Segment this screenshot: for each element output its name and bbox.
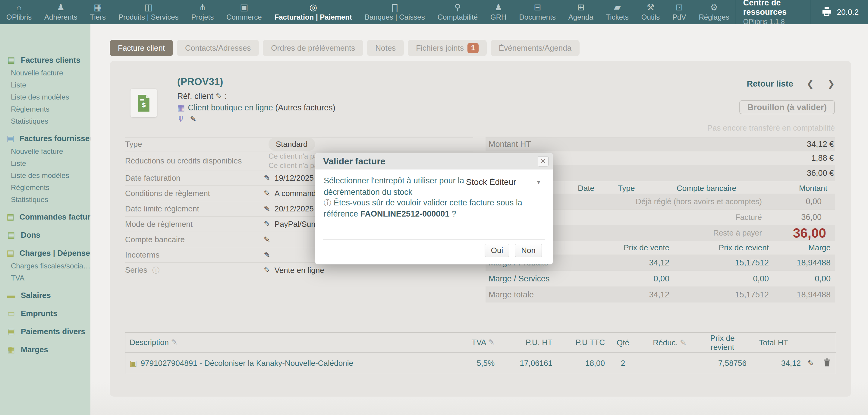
sidebar-item-charges-fiscales-sociales[interactable]: Charges fiscales/socia… [0,260,90,272]
new-invoice-reference: FAONLINE2512-000001 [361,209,450,218]
edit-tva-icon[interactable]: ✎ [488,338,495,347]
left-sidebar: ▤Factures clients Nouvelle facture Liste… [0,24,90,415]
yes-button[interactable]: Oui [485,244,509,257]
menu-item-adherents[interactable]: ♟Adhérents [38,0,84,24]
sidebar-section-charges-depenses[interactable]: ▤Charges | Dépenses s [0,246,90,260]
sidebar-item-tva[interactable]: TVA [0,272,90,284]
edit-compte-icon[interactable]: ✎ [264,235,270,244]
back-to-list-link[interactable]: Retour liste [747,79,793,89]
thirdparty-building-icon: ▦ [177,103,185,112]
select-caret-icon: ▾ [537,179,540,186]
product-cube-icon: ◫ [144,3,153,12]
edit-conditions-icon[interactable]: ✎ [264,189,270,198]
menu-item-projets[interactable]: ⋔Projets [185,0,220,24]
menu-item-facturation-paiement[interactable]: ◎Facturation | Paiement [268,0,358,24]
calculator-icon: ▦ [7,345,16,354]
edit-ref-client-icon[interactable]: ✎ [216,92,222,101]
next-record-icon[interactable]: ❯ [827,79,835,89]
client-line: ▦Client boutique en ligne (Autres factur… [177,103,336,113]
sidebar-section-commandes-facturables[interactable]: ▤Commandes facturab [0,210,90,224]
project-line: ⋔ ✎ [177,114,196,124]
menu-item-agenda[interactable]: ⊞Agenda [562,0,600,24]
sidebar-section-emprunts[interactable]: ▭Emprunts [0,306,90,320]
sidebar-item-liste-modeles-client[interactable]: Liste des modèles [0,91,90,103]
sidebar-item-reglements-fournisseur[interactable]: Règlements [0,182,90,194]
edit-description-icon[interactable]: ✎ [171,338,178,347]
gear-icon: ⚙ [710,3,718,12]
dialog-separator [323,239,545,239]
ref-client-line: Réf. client ✎ : [177,92,227,101]
sidebar-item-nouvelle-facture-client[interactable]: Nouvelle facture [0,67,90,79]
sidebar-item-reglements-client[interactable]: Règlements [0,103,90,115]
sidebar-section-factures-clients[interactable]: ▤Factures clients [0,53,90,67]
tab-facture-client[interactable]: Facture client [110,40,173,56]
main-menu: ⌂OPlibris ♟Adhérents ▦Tiers ◫Produits | … [0,0,736,24]
menu-item-comptabilite[interactable]: ⚲Comptabilité [431,0,484,24]
invoice-line-row: ▣9791027904891 - Décoloniser la Kanaky-N… [125,353,836,374]
confirm-question: ⓘÊtes-vous sûr de vouloir valider cette … [324,197,547,219]
lines-table-header: Description ✎ TVA ✎ P.U. HT P.U TTC Qté … [125,333,836,353]
payment-icon: ▤ [7,327,16,336]
wallet-icon: ▬ [7,291,16,300]
menu-item-grh[interactable]: ♟GRH [484,0,513,24]
menu-item-banques-caisses[interactable]: ∏Banques | Caisses [358,0,431,24]
menu-item-reglages[interactable]: ⚙Réglages [692,0,735,24]
tab-notes[interactable]: Notes [367,40,404,56]
sidebar-section-salaires[interactable]: ▬Salaires [0,288,90,302]
sidebar-item-liste-factures-fournisseur[interactable]: Liste [0,157,90,170]
menu-item-tiers[interactable]: ▦Tiers [84,0,112,24]
warehouse-select-label: Sélectionner l'entrepôt à utiliser pour … [324,175,465,198]
menu-item-tickets[interactable]: ▰Tickets [600,0,635,24]
search-dollar-icon: ⚲ [455,3,461,12]
product-link[interactable]: 9791027904891 - Décoloniser la Kanaky-No… [141,359,353,368]
warehouse-select[interactable]: Stock Éditeur [466,177,516,187]
tab-ordres-prelevements[interactable]: Ordres de prélèvements [263,40,363,56]
detail-row-series: Series ⓘ ✎Vente en ligne [125,262,473,278]
edit-reduc-icon[interactable]: ✎ [680,338,687,347]
edit-mode-icon[interactable]: ✎ [264,219,270,229]
close-icon[interactable]: ✕ [538,156,549,167]
no-button[interactable]: Non [515,244,542,257]
sidebar-section-dons[interactable]: ▤Dons [0,228,90,242]
previous-record-icon[interactable]: ❮ [807,79,814,89]
edit-date-icon[interactable]: ✎ [264,173,270,183]
dialog-title: Valider facture [315,153,553,170]
customer-invoice-icon: ▤ [7,55,16,65]
menu-item-produits-services[interactable]: ◫Produits | Services [112,0,185,24]
edit-date-limite-icon[interactable]: ✎ [264,204,270,213]
folder-icon: ⊟ [534,3,541,12]
validate-invoice-dialog: Valider facture ✕ Sélectionner l'entrepô… [315,153,553,265]
menu-item-oplibris[interactable]: ⌂OPlibris [0,0,38,24]
menu-item-pdv[interactable]: ⊡PdV [666,0,692,24]
print-button[interactable] [821,6,832,18]
edit-series-icon[interactable]: ✎ [264,266,270,275]
delete-line-icon[interactable] [823,358,831,368]
sidebar-item-liste-modeles-fournisseur[interactable]: Liste des modèles [0,170,90,182]
sidebar-item-liste-factures-client[interactable]: Liste [0,79,90,91]
sidebar-item-statistiques-client[interactable]: Statistiques [0,115,90,127]
resource-center-link[interactable]: Centre de ressources OPlibris 1.1.8 [736,0,811,24]
top-navigation-bar: ⌂OPlibris ♟Adhérents ▦Tiers ◫Produits | … [0,0,868,24]
building-icon: ▦ [94,3,102,12]
edit-incoterms-icon[interactable]: ✎ [264,250,270,260]
tab-fichiers-joints[interactable]: Fichiers joints1 [408,40,487,56]
invoice-ref: (PROV31) [177,76,223,87]
svg-text:$: $ [142,101,146,108]
sidebar-section-marges[interactable]: ▦Marges [0,343,90,356]
edit-line-icon[interactable]: ✎ [807,359,814,368]
coins-icon: ◎ [310,3,317,12]
sidebar-item-statistiques-fournisseur[interactable]: Statistiques [0,194,90,206]
client-link[interactable]: Client boutique en ligne [188,103,273,112]
invoice-lines-table: Description ✎ TVA ✎ P.U. HT P.U TTC Qté … [125,332,836,374]
tab-evenements-agenda[interactable]: Événements/Agenda [491,40,580,56]
sidebar-item-nouvelle-facture-fournisseur[interactable]: Nouvelle facture [0,145,90,157]
tab-contacts-adresses[interactable]: Contacts/Adresses [177,40,259,56]
edit-project-icon[interactable]: ✎ [190,114,196,123]
attachment-count-badge: 1 [467,43,478,53]
sidebar-section-paiements-divers[interactable]: ▤Paiements divers [0,325,90,338]
info-icon: ⓘ [150,266,160,274]
sidebar-section-factures-fournisseur[interactable]: ▤Factures fournisseur [0,131,90,145]
menu-item-commerce[interactable]: ▣Commerce [220,0,268,24]
menu-item-outils[interactable]: ⚒Outils [635,0,666,24]
menu-item-documents[interactable]: ⊟Documents [513,0,562,24]
